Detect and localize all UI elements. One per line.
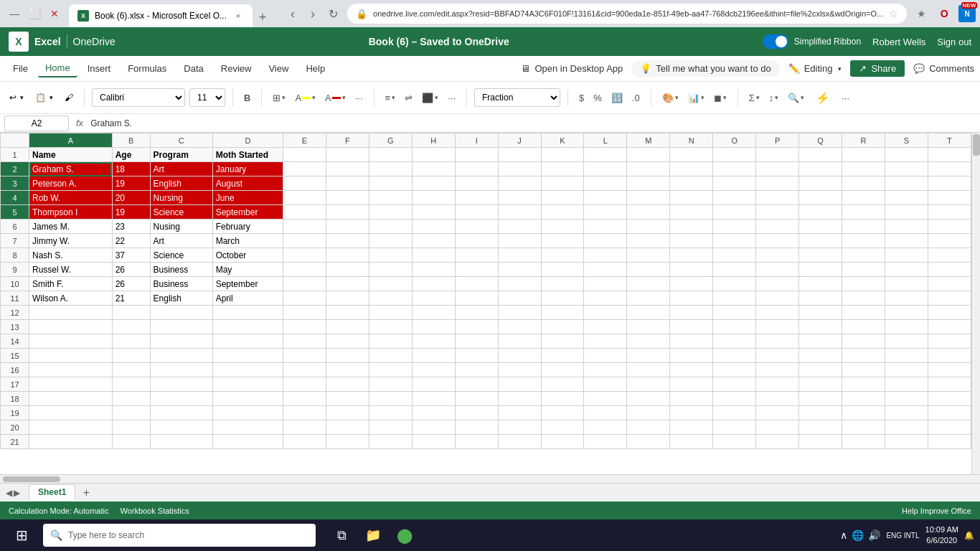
- cell-empty[interactable]: [713, 420, 756, 435]
- cell-empty[interactable]: [412, 191, 455, 205]
- cell-empty[interactable]: [713, 220, 756, 234]
- col-header-m[interactable]: M: [627, 133, 670, 148]
- cell-empty[interactable]: [842, 363, 885, 377]
- cell-empty[interactable]: [842, 234, 885, 248]
- cell-empty[interactable]: [369, 176, 412, 191]
- cell-empty[interactable]: [412, 406, 455, 420]
- menu-home[interactable]: Home: [38, 60, 77, 77]
- cell-empty[interactable]: [283, 191, 326, 205]
- cell-empty[interactable]: [713, 148, 756, 162]
- cell-empty[interactable]: [799, 306, 842, 320]
- cell-empty[interactable]: [498, 263, 541, 277]
- cell-empty[interactable]: [627, 306, 670, 320]
- cell-empty[interactable]: [928, 435, 971, 449]
- col-header-c[interactable]: C: [150, 133, 212, 148]
- cell-name[interactable]: [29, 363, 113, 377]
- cell-empty[interactable]: [455, 406, 498, 420]
- col-header-j[interactable]: J: [498, 133, 541, 148]
- cell-empty[interactable]: [799, 406, 842, 420]
- cell-empty[interactable]: [455, 191, 498, 205]
- cell-empty[interactable]: [713, 162, 756, 176]
- cell-empty[interactable]: [756, 148, 799, 162]
- col-header-h[interactable]: H: [412, 133, 455, 148]
- cell-empty[interactable]: [842, 406, 885, 420]
- cell-empty[interactable]: [756, 205, 799, 220]
- cell-empty[interactable]: [885, 363, 928, 377]
- cell-empty[interactable]: [455, 435, 498, 449]
- col-header-p[interactable]: P: [756, 133, 799, 148]
- cell-program[interactable]: [150, 377, 212, 392]
- cell-name[interactable]: [29, 406, 113, 420]
- cell-empty[interactable]: [498, 191, 541, 205]
- cell-empty[interactable]: [799, 162, 842, 176]
- cell-month-started[interactable]: March: [212, 234, 283, 248]
- cell-month-started[interactable]: [212, 377, 283, 392]
- merge-btn[interactable]: ⬛▾: [418, 90, 442, 105]
- cell-empty[interactable]: [541, 377, 584, 392]
- cell-empty[interactable]: [541, 162, 584, 176]
- sheet-tab-sheet1[interactable]: Sheet1: [29, 484, 75, 501]
- cell-program[interactable]: Science: [150, 205, 212, 220]
- more-format-btn[interactable]: ···: [444, 90, 459, 105]
- menu-help[interactable]: Help: [298, 60, 332, 77]
- sort-btn[interactable]: ↕▾: [765, 90, 783, 105]
- cell-empty[interactable]: [326, 248, 369, 263]
- cell-empty[interactable]: [541, 306, 584, 320]
- cell-empty[interactable]: [412, 220, 455, 234]
- cell-empty[interactable]: [326, 349, 369, 363]
- cell-empty[interactable]: [627, 205, 670, 220]
- cell-empty[interactable]: [885, 420, 928, 435]
- cell-empty[interactable]: [283, 277, 326, 291]
- extension-btn-2[interactable]: O: [936, 5, 953, 22]
- cell-empty[interactable]: [584, 277, 627, 291]
- cell-empty[interactable]: [369, 248, 412, 263]
- cell-empty[interactable]: [885, 191, 928, 205]
- user-name[interactable]: Robert Wells: [872, 37, 925, 47]
- cell-empty[interactable]: [928, 148, 971, 162]
- flash-fill-btn[interactable]: ⚡: [812, 89, 834, 107]
- cell-age[interactable]: 19: [112, 176, 150, 191]
- cell-empty[interactable]: [326, 191, 369, 205]
- cell-empty[interactable]: [498, 406, 541, 420]
- cell-name[interactable]: [29, 420, 113, 435]
- fill-color-btn[interactable]: A▾: [291, 90, 319, 105]
- grid-area[interactable]: A B C D E F G H I J K L M N O: [0, 133, 971, 474]
- cell-empty[interactable]: [326, 277, 369, 291]
- cell-empty[interactable]: [885, 291, 928, 306]
- col-header-q[interactable]: Q: [799, 133, 842, 148]
- menu-view[interactable]: View: [261, 60, 296, 77]
- col-header-d[interactable]: D: [212, 133, 283, 148]
- cell-empty[interactable]: [928, 349, 971, 363]
- cell-empty[interactable]: [584, 176, 627, 191]
- cell-empty[interactable]: [713, 406, 756, 420]
- cell-empty[interactable]: [584, 248, 627, 263]
- active-tab[interactable]: X Book (6).xlsx - Microsoft Excel O... ×: [69, 4, 253, 27]
- cell-program[interactable]: Science: [150, 248, 212, 263]
- cell-empty[interactable]: [627, 176, 670, 191]
- cell-empty[interactable]: [713, 306, 756, 320]
- cell-empty[interactable]: [283, 349, 326, 363]
- cell-empty[interactable]: [842, 392, 885, 406]
- cell-empty[interactable]: [885, 162, 928, 176]
- undo-btn[interactable]: ↩ ▾: [6, 90, 27, 105]
- col-header-t[interactable]: T: [928, 133, 971, 148]
- cell-empty[interactable]: [670, 263, 713, 277]
- cell-empty[interactable]: [326, 220, 369, 234]
- col-header-e[interactable]: E: [283, 133, 326, 148]
- cell-empty[interactable]: [498, 392, 541, 406]
- cell-empty[interactable]: [842, 435, 885, 449]
- scroll-left-icon[interactable]: ◀: [6, 488, 12, 498]
- cell-empty[interactable]: [799, 291, 842, 306]
- cell-empty[interactable]: [928, 291, 971, 306]
- cell-empty[interactable]: [412, 263, 455, 277]
- cell-program[interactable]: [150, 406, 212, 420]
- cell-empty[interactable]: [627, 277, 670, 291]
- close-window-btn[interactable]: ✕: [46, 5, 63, 22]
- cell-empty[interactable]: [928, 277, 971, 291]
- cell-empty[interactable]: [541, 320, 584, 334]
- cell-empty[interactable]: [756, 220, 799, 234]
- cell-empty[interactable]: [283, 148, 326, 162]
- file-explorer-btn[interactable]: 📁: [359, 521, 387, 550]
- cell-empty[interactable]: [326, 234, 369, 248]
- cell-empty[interactable]: [326, 363, 369, 377]
